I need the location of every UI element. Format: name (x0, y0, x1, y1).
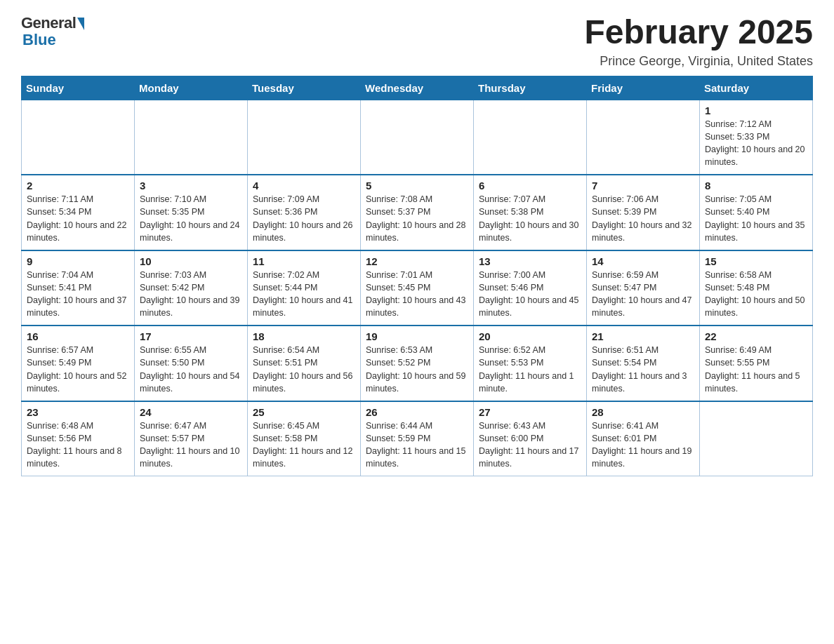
calendar-day-cell: 9Sunrise: 7:04 AMSunset: 5:41 PMDaylight… (22, 250, 135, 326)
day-info: Sunrise: 6:57 AMSunset: 5:49 PMDaylight:… (27, 344, 129, 395)
day-info: Sunrise: 7:10 AMSunset: 5:35 PMDaylight:… (140, 193, 242, 244)
calendar-day-cell: 28Sunrise: 6:41 AMSunset: 6:01 PMDayligh… (587, 401, 700, 476)
calendar-day-cell: 23Sunrise: 6:48 AMSunset: 5:56 PMDayligh… (22, 401, 135, 476)
day-number: 28 (592, 406, 694, 418)
day-number: 16 (27, 330, 129, 342)
day-number: 27 (479, 406, 581, 418)
calendar-day-cell: 2Sunrise: 7:11 AMSunset: 5:34 PMDaylight… (22, 175, 135, 250)
calendar-day-cell: 8Sunrise: 7:05 AMSunset: 5:40 PMDaylight… (700, 175, 813, 250)
day-number: 11 (253, 255, 355, 267)
calendar-day-cell: 20Sunrise: 6:52 AMSunset: 5:53 PMDayligh… (474, 326, 587, 401)
day-number: 4 (253, 180, 355, 192)
day-info: Sunrise: 7:00 AMSunset: 5:46 PMDaylight:… (479, 269, 581, 320)
calendar-week-row: 16Sunrise: 6:57 AMSunset: 5:49 PMDayligh… (22, 326, 813, 401)
calendar-day-cell: 22Sunrise: 6:49 AMSunset: 5:55 PMDayligh… (700, 326, 813, 401)
calendar-day-cell (248, 100, 361, 175)
day-number: 3 (140, 180, 242, 192)
calendar-day-cell (700, 401, 813, 476)
day-number: 6 (479, 180, 581, 192)
day-info: Sunrise: 6:58 AMSunset: 5:48 PMDaylight:… (705, 269, 807, 320)
title-section: February 2025 Prince George, Virginia, U… (584, 14, 813, 69)
calendar-day-cell: 15Sunrise: 6:58 AMSunset: 5:48 PMDayligh… (700, 250, 813, 326)
calendar-day-cell: 16Sunrise: 6:57 AMSunset: 5:49 PMDayligh… (22, 326, 135, 401)
day-of-week-header: Friday (587, 76, 700, 100)
day-info: Sunrise: 7:01 AMSunset: 5:45 PMDaylight:… (366, 269, 468, 320)
calendar-day-cell: 10Sunrise: 7:03 AMSunset: 5:42 PMDayligh… (135, 250, 248, 326)
day-info: Sunrise: 6:52 AMSunset: 5:53 PMDaylight:… (479, 344, 581, 395)
calendar-day-cell (474, 100, 587, 175)
day-number: 24 (140, 406, 242, 418)
day-of-week-header: Monday (135, 76, 248, 100)
location-subtitle: Prince George, Virginia, United States (584, 54, 813, 69)
calendar-day-cell: 25Sunrise: 6:45 AMSunset: 5:58 PMDayligh… (248, 401, 361, 476)
day-number: 17 (140, 330, 242, 342)
day-number: 20 (479, 330, 581, 342)
calendar-day-cell: 26Sunrise: 6:44 AMSunset: 5:59 PMDayligh… (361, 401, 474, 476)
calendar-table: SundayMondayTuesdayWednesdayThursdayFrid… (21, 76, 813, 477)
day-of-week-header: Wednesday (361, 76, 474, 100)
day-number: 18 (253, 330, 355, 342)
day-of-week-header: Sunday (22, 76, 135, 100)
calendar-day-cell (22, 100, 135, 175)
day-info: Sunrise: 6:55 AMSunset: 5:50 PMDaylight:… (140, 344, 242, 395)
calendar-week-row: 1Sunrise: 7:12 AMSunset: 5:33 PMDaylight… (22, 100, 813, 175)
calendar-day-cell: 14Sunrise: 6:59 AMSunset: 5:47 PMDayligh… (587, 250, 700, 326)
calendar-day-cell: 24Sunrise: 6:47 AMSunset: 5:57 PMDayligh… (135, 401, 248, 476)
day-number: 26 (366, 406, 468, 418)
logo: General Blue (21, 14, 84, 49)
calendar-day-cell: 12Sunrise: 7:01 AMSunset: 5:45 PMDayligh… (361, 250, 474, 326)
day-number: 9 (27, 255, 129, 267)
day-info: Sunrise: 7:06 AMSunset: 5:39 PMDaylight:… (592, 193, 694, 244)
calendar-day-cell: 21Sunrise: 6:51 AMSunset: 5:54 PMDayligh… (587, 326, 700, 401)
day-number: 25 (253, 406, 355, 418)
day-info: Sunrise: 7:11 AMSunset: 5:34 PMDaylight:… (27, 193, 129, 244)
calendar-week-row: 2Sunrise: 7:11 AMSunset: 5:34 PMDaylight… (22, 175, 813, 250)
calendar-day-cell (587, 100, 700, 175)
calendar-day-cell: 27Sunrise: 6:43 AMSunset: 6:00 PMDayligh… (474, 401, 587, 476)
day-number: 14 (592, 255, 694, 267)
day-number: 21 (592, 330, 694, 342)
calendar-day-cell (135, 100, 248, 175)
day-number: 12 (366, 255, 468, 267)
day-number: 7 (592, 180, 694, 192)
day-info: Sunrise: 7:07 AMSunset: 5:38 PMDaylight:… (479, 193, 581, 244)
day-info: Sunrise: 6:44 AMSunset: 5:59 PMDaylight:… (366, 420, 468, 471)
calendar-day-cell: 3Sunrise: 7:10 AMSunset: 5:35 PMDaylight… (135, 175, 248, 250)
day-info: Sunrise: 6:45 AMSunset: 5:58 PMDaylight:… (253, 420, 355, 471)
day-of-week-header: Tuesday (248, 76, 361, 100)
day-info: Sunrise: 7:08 AMSunset: 5:37 PMDaylight:… (366, 193, 468, 244)
calendar-day-cell: 13Sunrise: 7:00 AMSunset: 5:46 PMDayligh… (474, 250, 587, 326)
day-info: Sunrise: 6:51 AMSunset: 5:54 PMDaylight:… (592, 344, 694, 395)
day-info: Sunrise: 6:41 AMSunset: 6:01 PMDaylight:… (592, 420, 694, 471)
calendar-day-cell: 18Sunrise: 6:54 AMSunset: 5:51 PMDayligh… (248, 326, 361, 401)
calendar-day-cell: 4Sunrise: 7:09 AMSunset: 5:36 PMDaylight… (248, 175, 361, 250)
day-info: Sunrise: 6:53 AMSunset: 5:52 PMDaylight:… (366, 344, 468, 395)
calendar-day-cell: 5Sunrise: 7:08 AMSunset: 5:37 PMDaylight… (361, 175, 474, 250)
day-number: 23 (27, 406, 129, 418)
calendar-header-row: SundayMondayTuesdayWednesdayThursdayFrid… (22, 76, 813, 100)
calendar-day-cell: 17Sunrise: 6:55 AMSunset: 5:50 PMDayligh… (135, 326, 248, 401)
day-info: Sunrise: 7:09 AMSunset: 5:36 PMDaylight:… (253, 193, 355, 244)
logo-general-text: General (21, 14, 76, 32)
calendar-day-cell: 7Sunrise: 7:06 AMSunset: 5:39 PMDaylight… (587, 175, 700, 250)
logo-blue-text: Blue (22, 31, 56, 49)
day-number: 19 (366, 330, 468, 342)
calendar-week-row: 23Sunrise: 6:48 AMSunset: 5:56 PMDayligh… (22, 401, 813, 476)
day-number: 15 (705, 255, 807, 267)
day-info: Sunrise: 6:49 AMSunset: 5:55 PMDaylight:… (705, 344, 807, 395)
day-info: Sunrise: 6:59 AMSunset: 5:47 PMDaylight:… (592, 269, 694, 320)
calendar-day-cell: 6Sunrise: 7:07 AMSunset: 5:38 PMDaylight… (474, 175, 587, 250)
day-info: Sunrise: 6:43 AMSunset: 6:00 PMDaylight:… (479, 420, 581, 471)
day-of-week-header: Saturday (700, 76, 813, 100)
day-number: 2 (27, 180, 129, 192)
day-info: Sunrise: 7:03 AMSunset: 5:42 PMDaylight:… (140, 269, 242, 320)
day-info: Sunrise: 6:48 AMSunset: 5:56 PMDaylight:… (27, 420, 129, 471)
day-number: 13 (479, 255, 581, 267)
logo-arrow-icon (77, 18, 84, 30)
day-number: 10 (140, 255, 242, 267)
day-info: Sunrise: 7:04 AMSunset: 5:41 PMDaylight:… (27, 269, 129, 320)
month-title: February 2025 (584, 14, 813, 51)
day-info: Sunrise: 7:02 AMSunset: 5:44 PMDaylight:… (253, 269, 355, 320)
calendar-day-cell: 11Sunrise: 7:02 AMSunset: 5:44 PMDayligh… (248, 250, 361, 326)
day-info: Sunrise: 6:47 AMSunset: 5:57 PMDaylight:… (140, 420, 242, 471)
